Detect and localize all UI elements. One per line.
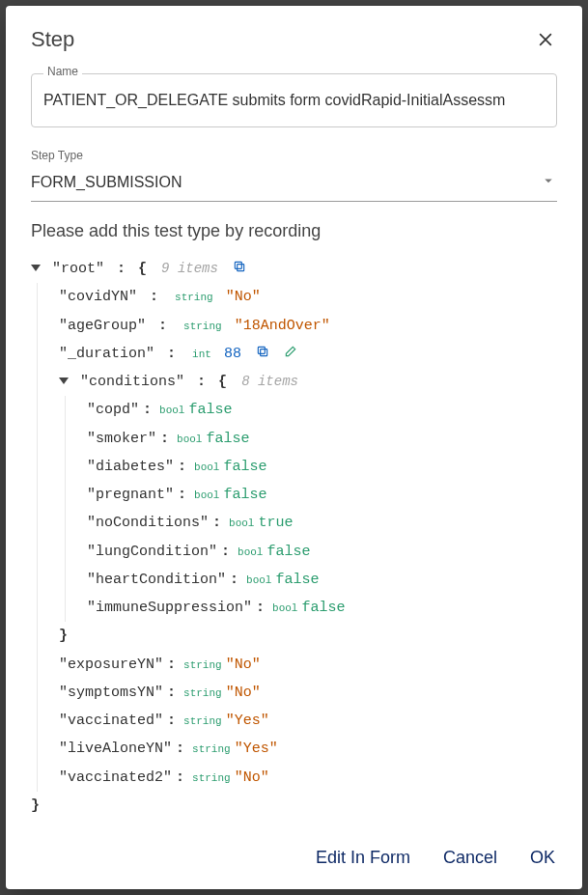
edit-in-form-button[interactable]: Edit In Form xyxy=(314,844,412,872)
json-field[interactable]: "immuneSuppression":boolfalse xyxy=(87,594,557,622)
json-field[interactable]: "pregnant":boolfalse xyxy=(87,481,557,509)
dialog-header: Step xyxy=(31,27,557,52)
name-field-label: Name xyxy=(43,65,82,78)
json-field[interactable]: "noConditions":booltrue xyxy=(87,509,557,537)
json-tree: "root" : { 9 items "covidYN" : string "N… xyxy=(31,255,557,830)
cancel-button[interactable]: Cancel xyxy=(441,844,499,872)
caret-down-icon[interactable] xyxy=(31,265,41,271)
copy-icon[interactable] xyxy=(233,256,246,269)
close-icon[interactable] xyxy=(534,28,557,51)
json-field[interactable]: "heartCondition":boolfalse xyxy=(87,566,557,594)
step-type-wrapper: Step Type FORM_SUBMISSION xyxy=(31,149,557,202)
json-field[interactable]: "exposureYN":string"No" xyxy=(59,651,557,679)
dialog-title: Step xyxy=(31,27,74,52)
json-field[interactable]: "_duration" : int 88 xyxy=(59,340,557,368)
caret-down-icon[interactable] xyxy=(59,378,69,384)
json-field[interactable]: "covidYN" : string "No" xyxy=(59,283,557,311)
json-field[interactable]: "liveAloneYN":string"Yes" xyxy=(59,735,557,763)
edit-icon[interactable] xyxy=(284,341,297,354)
chevron-down-icon xyxy=(540,172,557,193)
json-conditions-node[interactable]: "conditions" : { 8 items xyxy=(59,368,557,396)
json-field[interactable]: "copd":boolfalse xyxy=(87,396,557,424)
instruction-text: Please add this test type by recording xyxy=(31,221,557,241)
copy-icon[interactable] xyxy=(256,341,269,354)
json-close-brace: } xyxy=(31,792,557,820)
json-field[interactable]: "diabetes":boolfalse xyxy=(87,453,557,481)
ok-button[interactable]: OK xyxy=(528,844,557,872)
step-type-label: Step Type xyxy=(31,149,557,162)
json-field[interactable]: "lungCondition":boolfalse xyxy=(87,538,557,566)
step-dialog: Step Name Step Type FORM_SUBMISSION Plea… xyxy=(6,6,582,889)
json-field[interactable]: "vaccinated2":string"No" xyxy=(59,764,557,792)
svg-rect-0 xyxy=(238,265,244,271)
name-field-wrapper: Name xyxy=(31,73,557,127)
name-input[interactable] xyxy=(32,74,556,126)
step-type-value: FORM_SUBMISSION xyxy=(31,174,182,191)
svg-rect-2 xyxy=(261,349,267,355)
svg-rect-3 xyxy=(258,347,265,353)
svg-rect-1 xyxy=(235,262,241,268)
json-field[interactable]: "symptomsYN":string"No" xyxy=(59,679,557,707)
step-type-select[interactable]: FORM_SUBMISSION xyxy=(31,166,557,202)
json-field[interactable]: "ageGroup" : string "18AndOver" xyxy=(59,312,557,340)
json-close-brace: } xyxy=(59,622,557,650)
json-root-node[interactable]: "root" : { 9 items xyxy=(31,255,557,283)
json-field[interactable]: "vaccinated":string"Yes" xyxy=(59,707,557,735)
json-field[interactable]: "smoker":boolfalse xyxy=(87,425,557,453)
dialog-footer: Edit In Form Cancel OK xyxy=(31,830,557,872)
